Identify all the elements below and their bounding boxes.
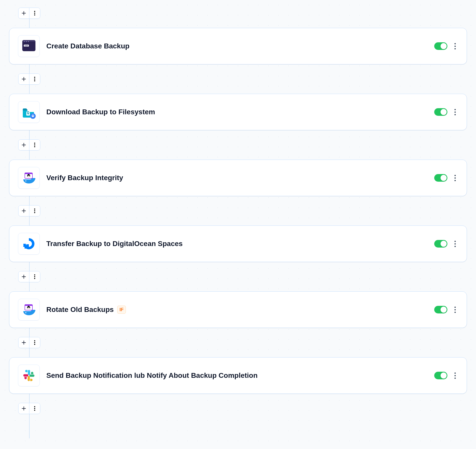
workflow-step-card[interactable]: Download Backup to Filesystem bbox=[9, 94, 467, 130]
step-icon-frame bbox=[18, 35, 40, 57]
step-menu-button[interactable] bbox=[452, 371, 458, 380]
step-icon-frame bbox=[18, 299, 40, 321]
connector-menu-button[interactable] bbox=[29, 271, 40, 282]
step-menu-button[interactable] bbox=[452, 42, 458, 50]
add-step-button[interactable] bbox=[18, 205, 29, 216]
conditional-if-badge: IF bbox=[117, 306, 126, 314]
plus-icon bbox=[21, 208, 27, 214]
plus-icon bbox=[21, 142, 27, 148]
plus-icon bbox=[21, 405, 27, 411]
ssh-icon bbox=[21, 38, 37, 54]
add-step-button[interactable] bbox=[18, 8, 29, 18]
step-title: Verify Backup Integrity bbox=[46, 174, 123, 182]
docker-linux-icon bbox=[21, 170, 37, 186]
step-icon-frame bbox=[18, 101, 40, 123]
more-vertical-icon bbox=[32, 10, 38, 16]
more-vertical-icon bbox=[32, 274, 38, 280]
add-step-button[interactable] bbox=[18, 140, 29, 150]
step-enabled-toggle[interactable] bbox=[434, 174, 447, 182]
step-menu-button[interactable] bbox=[452, 108, 458, 116]
workflow-step-card[interactable]: Send Backup Notification lub Notify Abou… bbox=[9, 357, 467, 394]
step-title: Create Database Backup bbox=[46, 42, 129, 50]
plus-icon bbox=[21, 76, 27, 82]
step-icon-frame bbox=[18, 167, 40, 189]
connector-cluster bbox=[18, 73, 467, 85]
step-title: Send Backup Notification lub Notify Abou… bbox=[46, 371, 257, 380]
connector-menu-button[interactable] bbox=[29, 8, 40, 18]
step-menu-button[interactable] bbox=[452, 240, 458, 248]
step-icon-frame bbox=[18, 233, 40, 255]
step-menu-button[interactable] bbox=[452, 306, 458, 314]
connector-cluster bbox=[18, 403, 467, 414]
connector-cluster bbox=[18, 205, 467, 216]
add-step-button[interactable] bbox=[18, 74, 29, 84]
connector-menu-button[interactable] bbox=[29, 337, 40, 348]
step-enabled-toggle[interactable] bbox=[434, 42, 447, 50]
step-actions bbox=[434, 240, 458, 248]
more-vertical-icon bbox=[32, 405, 38, 411]
step-enabled-toggle[interactable] bbox=[434, 240, 447, 248]
step-enabled-toggle[interactable] bbox=[434, 372, 447, 379]
plus-icon bbox=[21, 274, 27, 280]
more-vertical-icon bbox=[32, 76, 38, 82]
step-actions bbox=[434, 108, 458, 116]
connector-menu-button[interactable] bbox=[29, 205, 40, 216]
slack-icon bbox=[21, 367, 37, 384]
connector-menu-button[interactable] bbox=[29, 74, 40, 84]
workflow-canvas: Create Database Backup Download Backup t… bbox=[0, 0, 476, 422]
connector-menu-button[interactable] bbox=[29, 403, 40, 414]
step-actions bbox=[434, 306, 458, 314]
step-menu-button[interactable] bbox=[452, 174, 458, 182]
workflow-step-card[interactable]: Rotate Old Backups IF bbox=[9, 291, 467, 328]
step-enabled-toggle[interactable] bbox=[434, 306, 447, 313]
workflow-step-card[interactable]: Verify Backup Integrity bbox=[9, 160, 467, 196]
connector-cluster bbox=[18, 337, 467, 348]
more-vertical-icon bbox=[32, 142, 38, 148]
workflow-step-card[interactable]: Create Database Backup bbox=[9, 28, 467, 64]
sftp-download-icon bbox=[21, 104, 37, 120]
step-icon-frame bbox=[18, 365, 40, 386]
step-title: Transfer Backup to DigitalOcean Spaces bbox=[46, 240, 183, 248]
step-actions bbox=[434, 371, 458, 380]
step-actions bbox=[434, 42, 458, 50]
add-step-button[interactable] bbox=[18, 271, 29, 282]
step-title: Rotate Old Backups bbox=[46, 306, 114, 314]
plus-icon bbox=[21, 340, 27, 346]
docker-linux-icon bbox=[21, 302, 37, 318]
connector-menu-button[interactable] bbox=[29, 140, 40, 150]
more-vertical-icon bbox=[32, 340, 38, 346]
plus-icon bbox=[21, 10, 27, 16]
digitalocean-icon bbox=[21, 236, 37, 252]
more-vertical-icon bbox=[32, 208, 38, 214]
connector-cluster bbox=[18, 8, 467, 19]
add-step-button[interactable] bbox=[18, 337, 29, 348]
connector-cluster bbox=[18, 139, 467, 151]
connector-cluster bbox=[18, 271, 467, 282]
step-title: Download Backup to Filesystem bbox=[46, 108, 155, 116]
step-actions bbox=[434, 174, 458, 182]
add-step-button[interactable] bbox=[18, 403, 29, 414]
workflow-step-card[interactable]: Transfer Backup to DigitalOcean Spaces bbox=[9, 226, 467, 262]
step-enabled-toggle[interactable] bbox=[434, 108, 447, 116]
